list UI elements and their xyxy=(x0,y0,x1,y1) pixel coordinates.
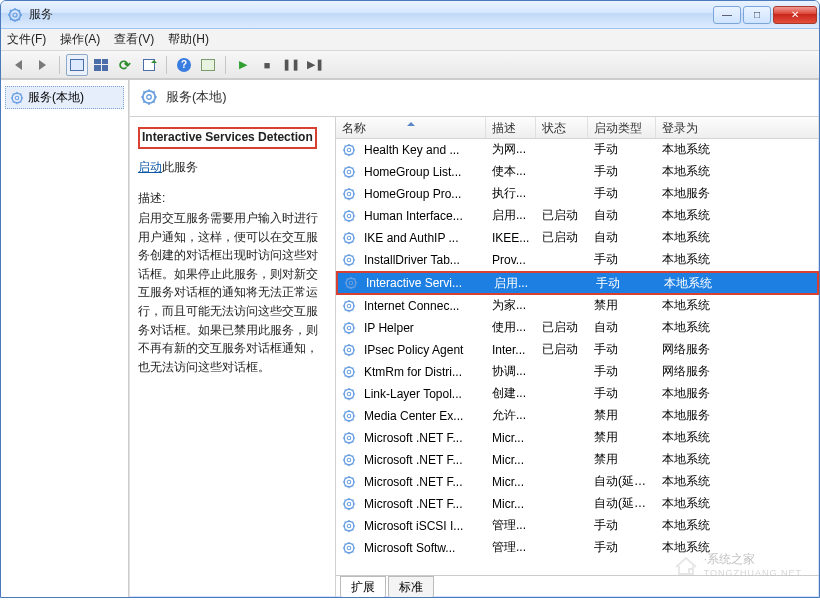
stop-service-button[interactable]: ■ xyxy=(256,54,278,76)
separator xyxy=(59,56,60,74)
list-header: 服务(本地) xyxy=(130,80,819,117)
refresh-icon: ⟳ xyxy=(119,57,131,73)
tab-extended[interactable]: 扩展 xyxy=(340,576,386,597)
col-logon[interactable]: 登录为 xyxy=(656,117,819,138)
cell-logon: 本地系统 xyxy=(658,275,817,292)
menu-file[interactable]: 文件(F) xyxy=(7,31,46,48)
gear-icon xyxy=(342,143,356,157)
cell-startup: 手动 xyxy=(590,275,658,292)
gear-icon xyxy=(342,321,356,335)
cell-name: KtmRm for Distri... xyxy=(336,365,486,379)
column-headers: 名称 描述 状态 启动类型 登录为 xyxy=(336,117,819,139)
start-service-link[interactable]: 启动 xyxy=(138,160,162,174)
service-rows[interactable]: Health Key and ...为网...手动本地系统HomeGroup L… xyxy=(336,139,819,575)
service-row[interactable]: Media Center Ex...允许...禁用本地服务 xyxy=(336,405,819,427)
col-startup[interactable]: 启动类型 xyxy=(588,117,656,138)
service-row[interactable]: Microsoft .NET F...Micr...自动(延迟...本地系统 xyxy=(336,471,819,493)
cell-desc: 允许... xyxy=(486,407,536,424)
cell-logon: 本地系统 xyxy=(656,495,819,512)
maximize-button[interactable]: □ xyxy=(743,6,771,24)
gear-icon xyxy=(342,541,356,555)
cell-startup: 手动 xyxy=(588,539,656,556)
nav-back-button[interactable] xyxy=(7,54,29,76)
col-status[interactable]: 状态 xyxy=(536,117,588,138)
action-pane-button[interactable] xyxy=(197,54,219,76)
watermark-sub: TONGZHUANG.NET xyxy=(704,568,802,578)
service-row[interactable]: HomeGroup List...使本...手动本地系统 xyxy=(336,161,819,183)
help-button[interactable]: ? xyxy=(173,54,195,76)
pane-icon xyxy=(70,59,84,71)
pane2-icon xyxy=(201,59,215,71)
restart-service-button[interactable]: ▶❚ xyxy=(304,54,326,76)
pause-service-button[interactable]: ❚❚ xyxy=(280,54,302,76)
show-tree-button[interactable] xyxy=(66,54,88,76)
tab-standard[interactable]: 标准 xyxy=(388,576,434,597)
gear-icon xyxy=(342,475,356,489)
cell-name: Link-Layer Topol... xyxy=(336,387,486,401)
services-window: 服务 — □ ✕ 文件(F) 操作(A) 查看(V) 帮助(H) ⟳ ? ▶ ■… xyxy=(0,0,820,598)
gear-icon xyxy=(342,497,356,511)
menu-help[interactable]: 帮助(H) xyxy=(168,31,209,48)
service-row[interactable]: IP Helper使用...已启动自动本地系统 xyxy=(336,317,819,339)
cell-startup: 手动 xyxy=(588,185,656,202)
service-row[interactable]: IPsec Policy AgentInter...已启动手动网络服务 xyxy=(336,339,819,361)
cell-name: Interactive Servi... xyxy=(338,276,488,290)
export-button[interactable] xyxy=(138,54,160,76)
properties-button[interactable] xyxy=(90,54,112,76)
nav-forward-button[interactable] xyxy=(31,54,53,76)
titlebar[interactable]: 服务 — □ ✕ xyxy=(1,1,819,29)
service-row[interactable]: Health Key and ...为网...手动本地系统 xyxy=(336,139,819,161)
service-row[interactable]: Link-Layer Topol...创建...手动本地服务 xyxy=(336,383,819,405)
gear-icon xyxy=(342,453,356,467)
cell-status: 已启动 xyxy=(536,207,588,224)
gear-icon xyxy=(342,431,356,445)
service-row[interactable]: Microsoft .NET F...Micr...自动(延迟...本地系统 xyxy=(336,493,819,515)
cell-startup: 手动 xyxy=(588,163,656,180)
gear-icon xyxy=(342,299,356,313)
gear-icon xyxy=(10,91,24,105)
cell-startup: 禁用 xyxy=(588,429,656,446)
gear-icon xyxy=(342,343,356,357)
refresh-button[interactable]: ⟳ xyxy=(114,54,136,76)
cell-logon: 本地服务 xyxy=(656,185,819,202)
cell-desc: IKEE... xyxy=(486,231,536,245)
gear-icon xyxy=(342,253,356,267)
service-row[interactable]: IKE and AuthIP ...IKEE...已启动自动本地系统 xyxy=(336,227,819,249)
cell-startup: 手动 xyxy=(588,385,656,402)
service-row[interactable]: Microsoft .NET F...Micr...禁用本地系统 xyxy=(336,449,819,471)
col-desc[interactable]: 描述 xyxy=(486,117,536,138)
stop-icon: ■ xyxy=(264,59,271,71)
cell-logon: 本地服务 xyxy=(656,385,819,402)
cell-desc: 启用... xyxy=(486,207,536,224)
cell-name: IPsec Policy Agent xyxy=(336,343,486,357)
start-service-button[interactable]: ▶ xyxy=(232,54,254,76)
service-row[interactable]: KtmRm for Distri...协调...手动网络服务 xyxy=(336,361,819,383)
tree-root-label: 服务(本地) xyxy=(28,89,84,106)
cell-startup: 禁用 xyxy=(588,297,656,314)
menu-action[interactable]: 操作(A) xyxy=(60,31,100,48)
help-icon: ? xyxy=(177,58,191,72)
tree-root[interactable]: 服务(本地) xyxy=(5,86,124,109)
service-row[interactable]: Microsoft iSCSI I...管理...手动本地系统 xyxy=(336,515,819,537)
gear-icon xyxy=(342,231,356,245)
service-row[interactable]: Human Interface...启用...已启动自动本地系统 xyxy=(336,205,819,227)
close-button[interactable]: ✕ xyxy=(773,6,817,24)
service-row[interactable]: Internet Connec...为家...禁用本地系统 xyxy=(336,295,819,317)
minimize-button[interactable]: — xyxy=(713,6,741,24)
cell-logon: 本地系统 xyxy=(656,297,819,314)
cell-name: IKE and AuthIP ... xyxy=(336,231,486,245)
service-row[interactable]: InstallDriver Tab...Prov...手动本地系统 xyxy=(336,249,819,271)
cell-name: Microsoft .NET F... xyxy=(336,431,486,445)
col-name[interactable]: 名称 xyxy=(336,117,486,138)
cell-startup: 自动 xyxy=(588,229,656,246)
gear-icon xyxy=(342,409,356,423)
service-row[interactable]: Interactive Servi...启用...手动本地系统 xyxy=(336,271,819,295)
toolbar: ⟳ ? ▶ ■ ❚❚ ▶❚ xyxy=(1,51,819,79)
cell-name: IP Helper xyxy=(336,321,486,335)
menu-view[interactable]: 查看(V) xyxy=(114,31,154,48)
cell-desc: Micr... xyxy=(486,475,536,489)
service-row[interactable]: HomeGroup Pro...执行...手动本地服务 xyxy=(336,183,819,205)
service-row[interactable]: Microsoft .NET F...Micr...禁用本地系统 xyxy=(336,427,819,449)
cell-status: 已启动 xyxy=(536,229,588,246)
cell-logon: 本地系统 xyxy=(656,141,819,158)
